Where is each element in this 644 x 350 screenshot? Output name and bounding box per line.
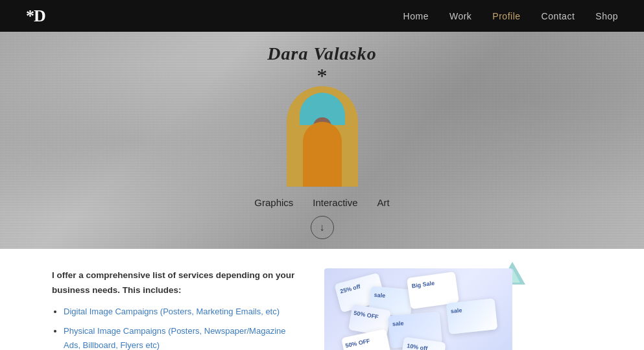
person-body bbox=[303, 122, 342, 187]
category-art[interactable]: Art bbox=[377, 197, 390, 208]
category-interactive[interactable]: Interactive bbox=[313, 197, 357, 208]
services-intro: I offer a comprehensive list of services… bbox=[52, 268, 298, 298]
services-section: I offer a comprehensive list of services… bbox=[0, 249, 644, 350]
price-label-3: Big Sale bbox=[411, 280, 435, 290]
site-logo[interactable]: *D bbox=[26, 6, 45, 26]
nav-item-profile[interactable]: Profile bbox=[492, 10, 520, 22]
price-label-8: sale bbox=[451, 307, 462, 315]
nav-item-home[interactable]: Home bbox=[403, 10, 429, 22]
collage-background: 25% off sale Big Sale 50% OFF sale 50% O… bbox=[324, 268, 512, 350]
nav-item-work[interactable]: Work bbox=[449, 10, 471, 22]
service-item-1: Digital Image Campaigns (Posters, Market… bbox=[64, 305, 298, 319]
collage-container: 25% off sale Big Sale 50% OFF sale 50% O… bbox=[324, 268, 532, 350]
navigation: *D Home Work Profile Contact Shop bbox=[0, 0, 644, 32]
service-1-text: Digital Image Campaigns (Posters, Market… bbox=[64, 307, 280, 316]
scroll-down-icon: ↓ bbox=[320, 222, 325, 233]
price-label-5: sale bbox=[392, 320, 404, 327]
scroll-indicator[interactable]: ↓ bbox=[311, 216, 334, 239]
hero-category-nav: Graphics Interactive Art bbox=[254, 197, 389, 208]
services-intro-suffix: This includes: bbox=[123, 285, 182, 295]
collage-card-8: sale bbox=[446, 298, 498, 334]
hero-arch bbox=[283, 83, 361, 187]
nav-item-shop[interactable]: Shop bbox=[595, 10, 618, 22]
price-label-1: 25% off bbox=[339, 283, 361, 295]
category-graphics[interactable]: Graphics bbox=[254, 197, 293, 208]
services-list: Digital Image Campaigns (Posters, Market… bbox=[52, 305, 298, 350]
hero-section: Dara Valasko * Graphics Interactive Art … bbox=[0, 32, 644, 249]
price-label-2: sale bbox=[374, 292, 385, 299]
arch-shape bbox=[287, 86, 358, 187]
nav-item-contact[interactable]: Contact bbox=[542, 10, 575, 22]
services-text: I offer a comprehensive list of services… bbox=[52, 268, 298, 350]
price-label-6: 50% OFF bbox=[345, 338, 371, 349]
service-2-text: Physical Image Campaigns (Posters, Newsp… bbox=[64, 326, 286, 350]
nav-links: Home Work Profile Contact Shop bbox=[403, 10, 618, 22]
hero-name: Dara Valasko bbox=[267, 43, 376, 64]
service-item-2: Physical Image Campaigns (Posters, Newsp… bbox=[64, 324, 298, 350]
price-label-4: 50% OFF bbox=[353, 310, 379, 321]
price-label-7: 10% off bbox=[407, 342, 428, 350]
